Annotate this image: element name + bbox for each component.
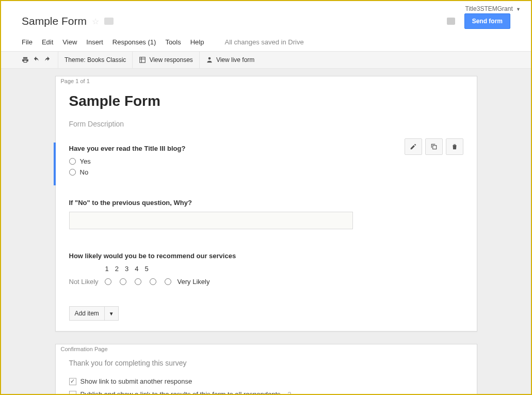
undo-icon[interactable] <box>32 56 40 64</box>
svg-rect-4 <box>432 146 436 149</box>
option-yes[interactable]: Yes <box>69 157 463 165</box>
checkbox-checked-icon[interactable] <box>69 378 76 385</box>
scale-radio-4[interactable] <box>150 278 156 285</box>
canvas: Page 1 of 1 Sample Form Form Description… <box>1 69 531 395</box>
caret-down-icon[interactable]: ▼ <box>105 308 118 320</box>
duplicate-button[interactable] <box>425 138 443 155</box>
scale-num: 5 <box>144 265 148 273</box>
scale-low-label: Not Likely <box>69 278 99 286</box>
conf-option-2[interactable]: Publish and show a link to the results o… <box>69 390 463 395</box>
form-title[interactable]: Sample Form <box>69 93 463 109</box>
comments-icon[interactable] <box>447 18 455 25</box>
title-row: Sample Form ☆ Send form <box>22 13 510 29</box>
scale-row: Not Likely Very Likely <box>69 278 463 286</box>
menu-view[interactable]: View <box>62 38 77 46</box>
redo-icon[interactable] <box>43 56 52 64</box>
print-icon[interactable] <box>22 56 29 64</box>
radio-input[interactable] <box>69 169 76 176</box>
option-label: Yes <box>80 157 91 165</box>
scale-num: 1 <box>105 265 109 273</box>
checkbox-icon[interactable] <box>69 391 76 396</box>
conf-option-label: Publish and show a link to the results o… <box>80 390 281 395</box>
conf-option-1[interactable]: Show link to submit another response <box>69 377 463 385</box>
question-block-2[interactable]: If "No" to the previous question, Why? <box>69 197 463 239</box>
question-actions <box>405 138 463 155</box>
form-page-card: Page 1 of 1 Sample Form Form Description… <box>55 76 477 331</box>
confirmation-message[interactable]: Thank you for completing this survey <box>69 359 463 367</box>
toolbar: Theme: Books Classic View responses View… <box>1 51 531 69</box>
view-live-button[interactable]: View live form <box>200 52 261 68</box>
header: Sample Form ☆ Send form <box>1 1 531 33</box>
toolbar-basic <box>22 52 58 68</box>
confirmation-card: Confirmation Page Thank you for completi… <box>55 344 477 395</box>
document-title[interactable]: Sample Form <box>22 15 87 27</box>
view-responses-button[interactable]: View responses <box>133 52 200 68</box>
menubar: File Edit View Insert Responses (1) Tool… <box>1 33 531 51</box>
send-form-button[interactable]: Send form <box>464 13 510 29</box>
menu-insert[interactable]: Insert <box>86 38 103 46</box>
conf-option-label: Show link to submit another response <box>80 377 192 385</box>
question-block-1[interactable]: Have you ever read the Title III blog? Y… <box>54 143 463 185</box>
form-description[interactable]: Form Description <box>69 120 463 128</box>
account-menu[interactable]: Title3STEMGrant ▼ <box>465 5 521 12</box>
star-icon[interactable]: ☆ <box>92 17 99 26</box>
scale-high-label: Very Likely <box>178 278 210 286</box>
save-status: All changes saved in Drive <box>224 38 303 46</box>
add-item-button[interactable]: Add item ▼ <box>69 306 119 321</box>
question-title: How likely would you be to recommend our… <box>69 252 463 260</box>
table-icon <box>139 56 146 64</box>
question-title: If "No" to the previous question, Why? <box>69 199 463 207</box>
question-block-3[interactable]: How likely would you be to recommend our… <box>69 250 463 295</box>
theme-button[interactable]: Theme: Books Classic <box>58 52 133 68</box>
help-icon[interactable]: ? <box>288 391 292 396</box>
text-answer-field[interactable] <box>69 212 353 229</box>
folder-icon[interactable] <box>104 18 114 25</box>
svg-point-3 <box>208 57 211 60</box>
add-item-label: Add item <box>70 307 105 320</box>
page-tab: Page 1 of 1 <box>55 76 95 86</box>
svg-rect-0 <box>140 57 146 63</box>
menu-help[interactable]: Help <box>190 38 204 46</box>
menu-file[interactable]: File <box>22 38 33 46</box>
option-label: No <box>80 168 89 176</box>
menu-edit[interactable]: Edit <box>42 38 53 46</box>
scale-radio-3[interactable] <box>135 278 141 285</box>
confirmation-tab: Confirmation Page <box>55 344 114 354</box>
header-right: Send form <box>447 13 510 29</box>
scale-radio-2[interactable] <box>120 278 126 285</box>
menu-tools[interactable]: Tools <box>165 38 181 46</box>
delete-button[interactable] <box>446 138 463 155</box>
person-icon <box>206 56 213 64</box>
scale-num: 2 <box>115 265 119 273</box>
scale-radio-5[interactable] <box>165 278 171 285</box>
caret-down-icon: ▼ <box>516 7 521 12</box>
option-no[interactable]: No <box>69 168 463 176</box>
scale-num: 3 <box>125 265 128 273</box>
scale-radio-1[interactable] <box>105 278 111 285</box>
account-name: Title3STEMGrant <box>465 5 512 12</box>
scale-numbers: 1 2 3 4 5 <box>105 265 463 273</box>
view-live-label: View live form <box>216 56 254 64</box>
scale-num: 4 <box>135 265 138 273</box>
theme-label: Theme: Books Classic <box>65 56 126 64</box>
menu-responses[interactable]: Responses (1) <box>112 38 156 46</box>
edit-button[interactable] <box>405 138 422 155</box>
question-options: Yes No <box>69 157 463 176</box>
radio-input[interactable] <box>69 158 76 165</box>
view-responses-label: View responses <box>149 56 193 64</box>
